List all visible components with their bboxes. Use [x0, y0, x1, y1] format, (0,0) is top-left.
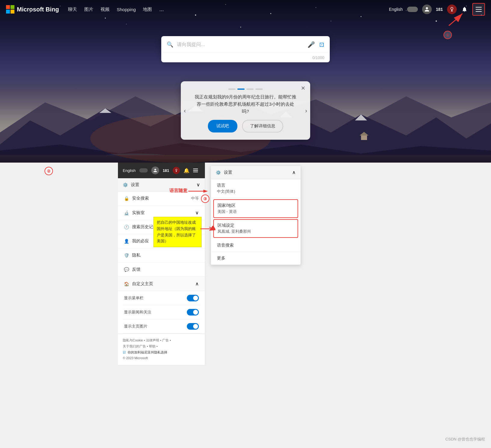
try-button[interactable]: 试试吧 — [208, 120, 237, 132]
lock-icon: 🔒 — [124, 196, 129, 201]
person-icon: 👤 — [124, 239, 129, 244]
country-region-item[interactable]: 国家/地区 美国 - 英语 — [213, 199, 298, 218]
footer-ad: 广告 — [162, 338, 169, 342]
feedback-left: 💬 反馈 — [124, 267, 141, 272]
settings-footer: 隐私与Cookie • 法律声明 • 广告 • 关于我们的广告 • 帮助 • ☑… — [118, 334, 205, 365]
custom-home-left: 🏠 自定义主页 — [124, 281, 153, 287]
more-item[interactable]: 更多 — [211, 252, 301, 265]
lab-label: 实验室 — [132, 210, 145, 216]
feedback-icon: 💬 — [124, 267, 129, 272]
svg-point-30 — [176, 169, 177, 171]
header-right: English 181 — [389, 3, 485, 16]
settings-header-left: ⚙️ 设置 — [123, 182, 139, 188]
browser-section: Microsoft Bing 聊天 图片 视频 Shopping 地图 ... … — [0, 0, 491, 163]
show-homepage-img-label: 显示主页图片 — [124, 324, 147, 329]
circle-2: ② — [45, 167, 53, 175]
lab-left: 🔬 实验室 — [124, 210, 145, 216]
circle-3: ③ — [201, 194, 209, 203]
svg-rect-26 — [0, 155, 491, 163]
svg-rect-23 — [361, 135, 367, 140]
right-panel-title: 设置 — [224, 170, 232, 175]
country-item-label: 国家/地区 — [218, 203, 294, 208]
nav-video[interactable]: 视频 — [100, 7, 110, 12]
footer-about: 关于我们的广告 • 帮助 • — [123, 344, 200, 350]
settings-gear-icon: ⚙️ — [123, 182, 128, 187]
dot-2-active — [237, 89, 245, 90]
search-action-icons: 🎤 ⊡ — [307, 41, 324, 48]
close-button[interactable]: ✕ — [301, 85, 305, 92]
privacy-label: 隐私 — [132, 253, 141, 258]
search-box: 🔍 请向我提问... 🎤 ⊡ — [161, 36, 330, 53]
mini-badge[interactable] — [173, 167, 180, 174]
svg-point-15 — [331, 21, 331, 21]
footer-privacy: 隐私与Cookie — [123, 338, 143, 342]
privacy-item[interactable]: 🛡️ 隐私 — [118, 248, 205, 263]
show-homepage-img-toggle[interactable] — [187, 323, 199, 330]
ca-privacy-label: 你的加利福尼亚州隐私选择 — [128, 350, 167, 356]
bottom-section: ② English 181 🔔 — [0, 163, 491, 448]
feedback-item[interactable]: 💬 反馈 — [118, 263, 205, 277]
nav-maps[interactable]: 地图 — [143, 7, 152, 12]
language-label[interactable]: English — [389, 7, 403, 12]
mini-toggle[interactable] — [139, 168, 148, 173]
show-menu-toggle[interactable] — [187, 295, 199, 301]
annotation-2: ② — [45, 167, 53, 175]
mini-menu[interactable] — [193, 169, 198, 172]
next-suggestion[interactable]: › — [305, 107, 307, 114]
svg-point-13 — [126, 24, 127, 24]
voice-search-item[interactable]: 语音搜索 — [211, 239, 301, 252]
custom-home-item[interactable]: 🏠 自定义主页 ∧ — [118, 277, 205, 291]
safe-search-label: 安全搜索 — [132, 196, 149, 201]
my-bing-label: 我的必应 — [132, 238, 149, 244]
blue-callout: 语言随意 — [167, 187, 190, 195]
blue-callout-text: 语言随意 — [169, 188, 187, 193]
show-news-toggle[interactable] — [187, 309, 199, 316]
mini-lang: English — [123, 168, 136, 173]
mini-avatar[interactable] — [151, 166, 159, 174]
lab-chevron: ∨ — [195, 210, 199, 216]
search-placeholder[interactable]: 请向我提问... — [177, 42, 304, 48]
char-count: 0/1000 — [161, 53, 330, 62]
more-label: 更多 — [217, 256, 295, 261]
show-homepage-img-item: 显示主页图片 — [123, 319, 200, 334]
region-item-value: 凤凰城, 亚利桑那州 — [218, 229, 294, 234]
settings-panel-wrapper: ② English 181 🔔 — [59, 163, 205, 448]
region-setting-item[interactable]: 区域设定 凤凰城, 亚利桑那州 — [213, 219, 298, 238]
safe-search-left: 🔒 安全搜索 — [124, 196, 149, 201]
svg-point-10 — [436, 20, 437, 22]
rewards-points[interactable]: 181 — [436, 7, 443, 12]
nav-more[interactable]: ... — [159, 6, 164, 13]
mini-notif[interactable]: 🔔 — [184, 168, 190, 173]
nav-bar: 聊天 图片 视频 Shopping 地图 ... — [68, 6, 164, 13]
footer-ca-privacy: ☑ 你的加利福尼亚州隐私选择 — [123, 350, 200, 356]
nav-shopping[interactable]: Shopping — [117, 7, 136, 12]
camera-icon[interactable]: ⊡ — [319, 41, 324, 48]
show-menu-label: 显示菜单栏 — [124, 295, 144, 301]
header: Microsoft Bing 聊天 图片 视频 Shopping 地图 ... … — [0, 0, 491, 19]
csdn-watermark: CSDN @曾也也学编程 — [445, 437, 485, 442]
nav-chat[interactable]: 聊天 — [68, 7, 77, 12]
privacy-left: 🛡️ 隐私 — [124, 253, 141, 258]
language-item[interactable]: 语言 中文(简体) — [211, 179, 301, 198]
hamburger-menu[interactable] — [472, 3, 485, 16]
language-item-value: 中文(简体) — [217, 189, 295, 194]
show-news-item: 显示新闻和关注 — [123, 305, 200, 319]
svg-marker-32 — [203, 190, 208, 193]
microphone-icon[interactable]: 🎤 — [307, 41, 315, 48]
learn-more-button[interactable]: 了解详细信息 — [242, 120, 283, 132]
logo[interactable]: Microsoft Bing — [6, 5, 59, 14]
settings-chevron-down: ∨ — [196, 182, 200, 188]
user-avatar[interactable] — [422, 5, 432, 14]
right-panel-header[interactable]: ⚙️ 设置 ∧ — [211, 166, 301, 179]
suggestion-card: ✕ ‹ › 我正在规划我的9月份的周年纪念日旅行。能帮忙推荐一些距伦敦希思罗机场… — [181, 81, 310, 140]
right-panel-gear-icon: ⚙️ — [216, 170, 221, 175]
nav-images[interactable]: 图片 — [84, 7, 93, 12]
progress-dots — [188, 89, 303, 90]
language-toggle[interactable] — [407, 7, 418, 12]
annotation-circle-arrow: ① — [443, 31, 452, 39]
search-icon: 🔍 — [167, 41, 173, 48]
svg-point-14 — [240, 27, 241, 28]
dot-4 — [255, 89, 263, 90]
prev-suggestion[interactable]: ‹ — [184, 107, 186, 114]
language-item-label: 语言 — [217, 183, 295, 188]
